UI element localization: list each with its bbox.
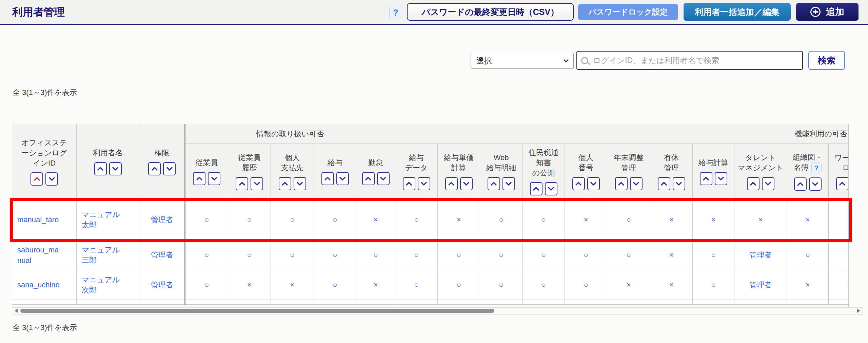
perm-cell-salary: ○ [314, 199, 356, 240]
sort-desc-button[interactable] [294, 177, 306, 190]
sort-asc-button[interactable] [836, 177, 849, 190]
scrollbar-thumb[interactable] [20, 309, 494, 313]
cell-user-name[interactable]: マニュアル三郎 [77, 240, 139, 270]
sort-asc-button[interactable] [445, 177, 458, 190]
sort-desc-button[interactable] [377, 172, 390, 185]
sort-desc-button[interactable] [45, 172, 58, 186]
sort-buttons [185, 172, 228, 185]
sort-asc-button[interactable] [403, 177, 415, 190]
login-id-link[interactable]: sana_uchino [17, 281, 60, 289]
cell-login-id: sana_uchino [12, 270, 77, 300]
bulk-add-edit-button[interactable]: 利用者一括追加／編集 [684, 3, 791, 21]
perm-cell-web-payslip: ○ [480, 270, 522, 300]
csv-export-button[interactable]: パスワードの最終変更日時（CSV） [407, 3, 574, 21]
sort-asc-button[interactable] [488, 177, 500, 190]
sort-desc-button[interactable] [715, 172, 727, 185]
help-icon[interactable]: ? [389, 6, 402, 19]
perm-cell-year-end-adjustment: ○ [607, 199, 650, 240]
sort-buttons [395, 177, 437, 190]
sort-asc-button[interactable] [572, 177, 585, 190]
sort-desc-button[interactable] [762, 177, 774, 190]
sort-buttons [77, 162, 139, 175]
column-label-text: 管理 [664, 164, 679, 172]
sort-buttons [356, 172, 395, 185]
login-id-link[interactable]: saburou_manual [17, 246, 59, 265]
sort-asc-button[interactable] [148, 162, 161, 175]
perm-cell-my-number: × [565, 199, 607, 240]
sort-asc-button[interactable] [530, 182, 542, 195]
column-label-text: 給与 [409, 153, 424, 162]
sort-asc-button[interactable] [31, 172, 43, 186]
sort-buttons [829, 177, 849, 190]
sort-buttons [650, 177, 692, 190]
perm-cell-attendance: ○ [356, 240, 395, 270]
cell-user-name[interactable]: マニュアル太郎 [77, 199, 139, 240]
sort-desc-button[interactable] [163, 162, 176, 175]
perm-cell-workflow: × [829, 199, 849, 240]
login-id-link[interactable]: manual_taro [17, 215, 59, 224]
perm-cell-personal-payee: ○ [271, 240, 314, 270]
column-label-text: 支払先 [281, 164, 303, 172]
sort-desc-button[interactable] [336, 172, 349, 185]
perm-cell-employee: ○ [185, 199, 228, 240]
add-button[interactable]: 追加 [796, 3, 859, 21]
sort-desc-button[interactable] [418, 177, 430, 190]
column-label: 給与計算 [693, 158, 734, 168]
column-label: 給与 [314, 158, 356, 168]
sort-asc-button[interactable] [747, 177, 760, 190]
cell-user-name[interactable]: マニュアル次郎 [77, 270, 139, 300]
sort-asc-button[interactable] [279, 177, 291, 190]
sort-desc-button[interactable] [208, 172, 220, 185]
filler-cell [314, 300, 356, 305]
scroll-left-arrow-icon[interactable] [15, 309, 18, 313]
column-label-text: 給与明細 [486, 164, 516, 172]
sort-asc-button[interactable] [794, 177, 807, 191]
sort-buttons [565, 177, 607, 190]
search-icon [581, 57, 588, 64]
column-label: 年末調整 [607, 153, 650, 163]
horizontal-scrollbar[interactable] [12, 307, 863, 315]
sort-desc-button[interactable] [630, 177, 643, 190]
sort-desc-button[interactable] [587, 177, 600, 190]
sort-desc-button[interactable] [673, 177, 685, 190]
scroll-right-arrow-icon[interactable] [857, 309, 860, 313]
column-label-text: 履歴 [242, 164, 257, 172]
column-label-text: ーションログ [21, 149, 67, 157]
sort-asc-button[interactable] [193, 172, 205, 185]
column-header-org-chart-roster: 組織図・名簿? [787, 144, 829, 199]
sort-buttons [139, 162, 184, 175]
column-header-workflow: ワークフロー [829, 144, 849, 199]
perm-cell-paid-leave: × [650, 270, 693, 300]
sort-desc-button[interactable] [545, 182, 557, 195]
sort-buttons [693, 172, 734, 185]
search-input[interactable] [592, 56, 798, 65]
sort-desc-button[interactable] [251, 177, 263, 190]
column-header-web-payslip: Web給与明細 [480, 144, 522, 199]
filter-select[interactable]: 選択 [471, 53, 574, 69]
sort-desc-button[interactable] [109, 162, 122, 175]
chevron-down-icon [564, 57, 569, 62]
sort-asc-button[interactable] [658, 177, 670, 190]
filler-cell [12, 300, 77, 305]
column-help-icon[interactable]: ? [811, 163, 822, 173]
sort-asc-button[interactable] [321, 172, 334, 185]
sort-asc-button[interactable] [615, 177, 628, 190]
sort-asc-button[interactable] [700, 172, 712, 185]
column-label: 名簿? [787, 163, 828, 173]
sort-desc-button[interactable] [502, 177, 515, 190]
column-header-salary-unit-calc: 給与単価計算 [438, 144, 480, 199]
column-label: 個人 [565, 153, 607, 163]
filler-cell [693, 300, 734, 305]
sort-asc-button[interactable] [94, 162, 107, 175]
search-button[interactable]: 検索 [808, 51, 845, 70]
sort-asc-button[interactable] [236, 177, 248, 190]
cell-login-id: manual_taro [12, 199, 77, 240]
sort-desc-button[interactable] [809, 177, 822, 191]
password-lock-button[interactable]: パスワードロック設定 [578, 4, 678, 20]
filler-cell [829, 300, 849, 305]
sort-desc-button[interactable] [460, 177, 473, 190]
sort-asc-button[interactable] [362, 172, 375, 185]
perm-cell-payroll-calc: × [693, 199, 734, 240]
column-label-text: 給与単価 [444, 153, 474, 162]
column-header-attendance: 勤怠 [356, 144, 395, 199]
